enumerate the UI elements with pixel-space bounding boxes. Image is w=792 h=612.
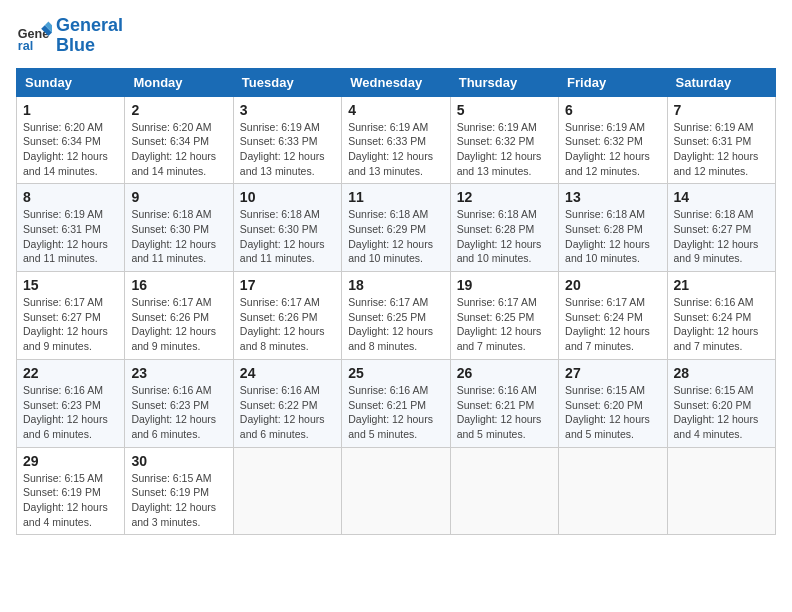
calendar-cell: 7 Sunrise: 6:19 AM Sunset: 6:31 PM Dayli… — [667, 96, 775, 184]
calendar-week-1: 1 Sunrise: 6:20 AM Sunset: 6:34 PM Dayli… — [17, 96, 776, 184]
day-info: Sunrise: 6:17 AM Sunset: 6:25 PM Dayligh… — [348, 295, 443, 354]
day-info: Sunrise: 6:20 AM Sunset: 6:34 PM Dayligh… — [131, 120, 226, 179]
day-number: 12 — [457, 189, 552, 205]
day-number: 30 — [131, 453, 226, 469]
day-info: Sunrise: 6:17 AM Sunset: 6:26 PM Dayligh… — [131, 295, 226, 354]
day-number: 27 — [565, 365, 660, 381]
day-info: Sunrise: 6:16 AM Sunset: 6:21 PM Dayligh… — [457, 383, 552, 442]
calendar-cell — [233, 447, 341, 535]
weekday-header-friday: Friday — [559, 68, 667, 96]
svg-text:ral: ral — [18, 38, 33, 52]
day-number: 7 — [674, 102, 769, 118]
calendar-cell: 17 Sunrise: 6:17 AM Sunset: 6:26 PM Dayl… — [233, 272, 341, 360]
calendar-cell: 26 Sunrise: 6:16 AM Sunset: 6:21 PM Dayl… — [450, 359, 558, 447]
day-number: 13 — [565, 189, 660, 205]
day-info: Sunrise: 6:17 AM Sunset: 6:26 PM Dayligh… — [240, 295, 335, 354]
calendar-cell: 24 Sunrise: 6:16 AM Sunset: 6:22 PM Dayl… — [233, 359, 341, 447]
weekday-header-monday: Monday — [125, 68, 233, 96]
calendar-body: 1 Sunrise: 6:20 AM Sunset: 6:34 PM Dayli… — [17, 96, 776, 535]
day-info: Sunrise: 6:16 AM Sunset: 6:24 PM Dayligh… — [674, 295, 769, 354]
calendar-cell: 30 Sunrise: 6:15 AM Sunset: 6:19 PM Dayl… — [125, 447, 233, 535]
calendar-week-4: 22 Sunrise: 6:16 AM Sunset: 6:23 PM Dayl… — [17, 359, 776, 447]
weekday-header-saturday: Saturday — [667, 68, 775, 96]
calendar-cell: 14 Sunrise: 6:18 AM Sunset: 6:27 PM Dayl… — [667, 184, 775, 272]
day-number: 29 — [23, 453, 118, 469]
weekday-header-thursday: Thursday — [450, 68, 558, 96]
day-info: Sunrise: 6:16 AM Sunset: 6:22 PM Dayligh… — [240, 383, 335, 442]
day-info: Sunrise: 6:15 AM Sunset: 6:19 PM Dayligh… — [23, 471, 118, 530]
day-number: 20 — [565, 277, 660, 293]
day-info: Sunrise: 6:18 AM Sunset: 6:28 PM Dayligh… — [565, 207, 660, 266]
day-info: Sunrise: 6:18 AM Sunset: 6:28 PM Dayligh… — [457, 207, 552, 266]
day-info: Sunrise: 6:20 AM Sunset: 6:34 PM Dayligh… — [23, 120, 118, 179]
day-number: 8 — [23, 189, 118, 205]
day-number: 5 — [457, 102, 552, 118]
day-number: 6 — [565, 102, 660, 118]
calendar-cell — [667, 447, 775, 535]
calendar-cell: 28 Sunrise: 6:15 AM Sunset: 6:20 PM Dayl… — [667, 359, 775, 447]
calendar-cell: 19 Sunrise: 6:17 AM Sunset: 6:25 PM Dayl… — [450, 272, 558, 360]
day-info: Sunrise: 6:17 AM Sunset: 6:27 PM Dayligh… — [23, 295, 118, 354]
day-number: 1 — [23, 102, 118, 118]
day-number: 15 — [23, 277, 118, 293]
day-info: Sunrise: 6:19 AM Sunset: 6:33 PM Dayligh… — [348, 120, 443, 179]
day-info: Sunrise: 6:18 AM Sunset: 6:30 PM Dayligh… — [240, 207, 335, 266]
calendar-cell: 13 Sunrise: 6:18 AM Sunset: 6:28 PM Dayl… — [559, 184, 667, 272]
day-info: Sunrise: 6:18 AM Sunset: 6:30 PM Dayligh… — [131, 207, 226, 266]
day-number: 3 — [240, 102, 335, 118]
calendar-cell: 15 Sunrise: 6:17 AM Sunset: 6:27 PM Dayl… — [17, 272, 125, 360]
calendar-header-row: SundayMondayTuesdayWednesdayThursdayFrid… — [17, 68, 776, 96]
day-number: 21 — [674, 277, 769, 293]
calendar-cell: 1 Sunrise: 6:20 AM Sunset: 6:34 PM Dayli… — [17, 96, 125, 184]
day-number: 17 — [240, 277, 335, 293]
day-number: 19 — [457, 277, 552, 293]
calendar-cell: 3 Sunrise: 6:19 AM Sunset: 6:33 PM Dayli… — [233, 96, 341, 184]
day-number: 18 — [348, 277, 443, 293]
day-number: 26 — [457, 365, 552, 381]
calendar-cell: 29 Sunrise: 6:15 AM Sunset: 6:19 PM Dayl… — [17, 447, 125, 535]
day-number: 9 — [131, 189, 226, 205]
calendar-cell: 16 Sunrise: 6:17 AM Sunset: 6:26 PM Dayl… — [125, 272, 233, 360]
day-number: 23 — [131, 365, 226, 381]
day-info: Sunrise: 6:18 AM Sunset: 6:29 PM Dayligh… — [348, 207, 443, 266]
day-info: Sunrise: 6:17 AM Sunset: 6:25 PM Dayligh… — [457, 295, 552, 354]
calendar-week-3: 15 Sunrise: 6:17 AM Sunset: 6:27 PM Dayl… — [17, 272, 776, 360]
day-number: 25 — [348, 365, 443, 381]
calendar-cell: 12 Sunrise: 6:18 AM Sunset: 6:28 PM Dayl… — [450, 184, 558, 272]
day-number: 24 — [240, 365, 335, 381]
day-number: 16 — [131, 277, 226, 293]
calendar-table: SundayMondayTuesdayWednesdayThursdayFrid… — [16, 68, 776, 536]
calendar-cell: 11 Sunrise: 6:18 AM Sunset: 6:29 PM Dayl… — [342, 184, 450, 272]
calendar-cell: 20 Sunrise: 6:17 AM Sunset: 6:24 PM Dayl… — [559, 272, 667, 360]
day-number: 2 — [131, 102, 226, 118]
logo-text: GeneralBlue — [56, 16, 123, 56]
calendar-cell: 5 Sunrise: 6:19 AM Sunset: 6:32 PM Dayli… — [450, 96, 558, 184]
calendar-cell: 22 Sunrise: 6:16 AM Sunset: 6:23 PM Dayl… — [17, 359, 125, 447]
calendar-cell — [342, 447, 450, 535]
calendar-cell: 8 Sunrise: 6:19 AM Sunset: 6:31 PM Dayli… — [17, 184, 125, 272]
logo-icon: Gene ral — [16, 18, 52, 54]
day-info: Sunrise: 6:15 AM Sunset: 6:20 PM Dayligh… — [674, 383, 769, 442]
day-number: 4 — [348, 102, 443, 118]
calendar-cell — [450, 447, 558, 535]
calendar-cell: 25 Sunrise: 6:16 AM Sunset: 6:21 PM Dayl… — [342, 359, 450, 447]
day-info: Sunrise: 6:19 AM Sunset: 6:32 PM Dayligh… — [565, 120, 660, 179]
day-info: Sunrise: 6:19 AM Sunset: 6:31 PM Dayligh… — [674, 120, 769, 179]
calendar-week-2: 8 Sunrise: 6:19 AM Sunset: 6:31 PM Dayli… — [17, 184, 776, 272]
calendar-cell: 6 Sunrise: 6:19 AM Sunset: 6:32 PM Dayli… — [559, 96, 667, 184]
day-info: Sunrise: 6:19 AM Sunset: 6:33 PM Dayligh… — [240, 120, 335, 179]
day-info: Sunrise: 6:17 AM Sunset: 6:24 PM Dayligh… — [565, 295, 660, 354]
day-info: Sunrise: 6:18 AM Sunset: 6:27 PM Dayligh… — [674, 207, 769, 266]
calendar-cell: 21 Sunrise: 6:16 AM Sunset: 6:24 PM Dayl… — [667, 272, 775, 360]
weekday-header-wednesday: Wednesday — [342, 68, 450, 96]
weekday-header-tuesday: Tuesday — [233, 68, 341, 96]
calendar-cell: 2 Sunrise: 6:20 AM Sunset: 6:34 PM Dayli… — [125, 96, 233, 184]
day-info: Sunrise: 6:19 AM Sunset: 6:32 PM Dayligh… — [457, 120, 552, 179]
day-number: 28 — [674, 365, 769, 381]
day-info: Sunrise: 6:15 AM Sunset: 6:20 PM Dayligh… — [565, 383, 660, 442]
page-header: Gene ral GeneralBlue — [16, 16, 776, 56]
calendar-cell: 9 Sunrise: 6:18 AM Sunset: 6:30 PM Dayli… — [125, 184, 233, 272]
calendar-week-5: 29 Sunrise: 6:15 AM Sunset: 6:19 PM Dayl… — [17, 447, 776, 535]
day-info: Sunrise: 6:16 AM Sunset: 6:23 PM Dayligh… — [23, 383, 118, 442]
day-info: Sunrise: 6:16 AM Sunset: 6:21 PM Dayligh… — [348, 383, 443, 442]
